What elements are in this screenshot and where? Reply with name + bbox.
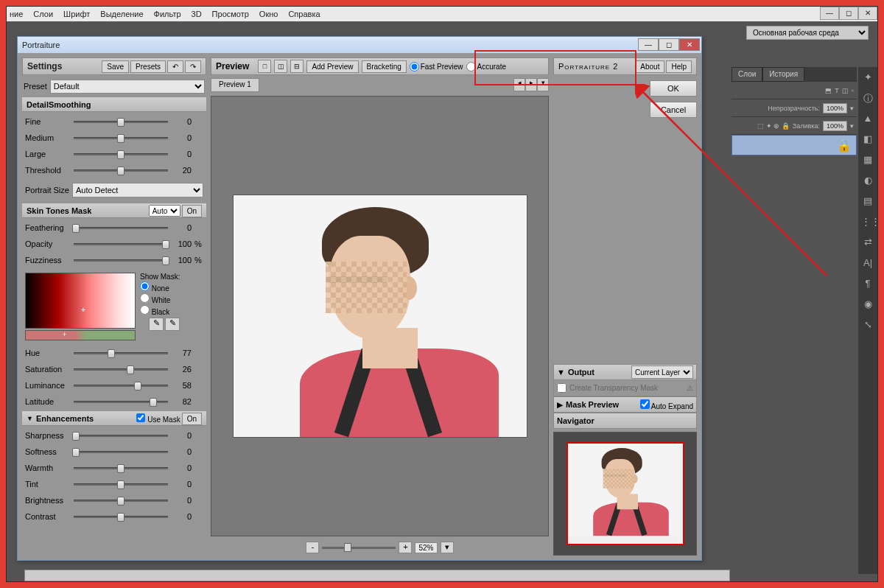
info-icon[interactable]: ⓘ xyxy=(861,92,874,105)
tab-next-icon[interactable]: ▸ xyxy=(525,78,537,91)
output-header[interactable]: ▼OutputCurrent Layer xyxy=(553,364,697,380)
path-icon[interactable]: ⤡ xyxy=(861,319,874,332)
histogram-icon[interactable]: ▲ xyxy=(861,113,874,126)
add-preview-button[interactable]: Add Preview xyxy=(306,60,358,73)
menu-item[interactable]: ние xyxy=(10,10,23,18)
brightness-slider[interactable] xyxy=(74,500,168,502)
skin-tones-header[interactable]: Skin Tones MaskAutoOn xyxy=(22,203,206,218)
hue-bar[interactable] xyxy=(25,330,136,340)
preview-tab[interactable]: Preview 1 xyxy=(211,78,259,92)
tool-icon[interactable]: ⇄ xyxy=(861,237,874,250)
layer-row[interactable]: 🔒 xyxy=(732,135,857,155)
view-split-h-icon[interactable]: ◫ xyxy=(274,60,287,73)
mask-black-radio[interactable] xyxy=(140,305,150,315)
mask-none-radio[interactable] xyxy=(140,281,150,291)
brush-icon[interactable]: ⋮⋮ xyxy=(861,216,874,229)
clone-icon[interactable]: ◉ xyxy=(861,298,874,312)
accurate-radio[interactable] xyxy=(466,62,476,71)
sharpness-slider[interactable] xyxy=(74,435,168,437)
view-single-icon[interactable]: □ xyxy=(258,60,271,73)
mask-mode-dropdown[interactable]: Auto xyxy=(149,205,180,217)
auto-expand-checkbox[interactable] xyxy=(640,399,650,409)
menu-item[interactable]: Справка xyxy=(288,10,320,18)
tab-layers[interactable]: Слои xyxy=(732,67,762,82)
menu-item[interactable]: Окно xyxy=(259,10,278,18)
mask-preview-header[interactable]: ▶Mask Preview Auto Expand xyxy=(553,396,697,413)
char-icon[interactable]: A| xyxy=(861,257,874,270)
undo-button[interactable]: ↶ xyxy=(167,60,183,73)
tab-menu-icon[interactable]: ▾ xyxy=(537,78,549,91)
zoom-menu-icon[interactable]: ▾ xyxy=(441,542,454,553)
tab-prev-icon[interactable]: ◂ xyxy=(513,78,525,91)
luminance-slider[interactable] xyxy=(74,385,168,387)
large-slider[interactable] xyxy=(74,153,168,155)
cancel-button[interactable]: Cancel xyxy=(650,102,697,118)
menu-item[interactable]: 3D xyxy=(192,10,202,18)
zoom-out-button[interactable]: - xyxy=(306,542,319,553)
color-picker[interactable] xyxy=(25,273,136,329)
preview-canvas[interactable] xyxy=(211,96,549,536)
zoom-slider[interactable] xyxy=(322,547,396,549)
tint-slider[interactable] xyxy=(74,483,168,486)
bracketing-button[interactable]: Bracketing xyxy=(362,60,407,73)
navigator-panel[interactable] xyxy=(553,432,697,556)
menu-item[interactable]: Шрифт xyxy=(63,10,90,18)
swatches-icon[interactable]: ◧ xyxy=(861,133,874,147)
tab-history[interactable]: История xyxy=(762,67,804,82)
zoom-value[interactable]: 52% xyxy=(415,542,437,553)
use-mask-checkbox[interactable] xyxy=(136,413,145,422)
softness-slider[interactable] xyxy=(74,451,168,453)
minimize-icon[interactable]: — xyxy=(638,38,659,51)
navigator-header[interactable]: Navigator xyxy=(553,413,697,429)
fine-slider[interactable] xyxy=(74,121,168,123)
maximize-icon[interactable]: ◻ xyxy=(659,38,679,51)
mask-white-radio[interactable] xyxy=(140,293,150,303)
menu-item[interactable]: Просмотр xyxy=(212,10,249,18)
enhancements-header[interactable]: ▼Enhancements Use MaskOn xyxy=(22,411,206,426)
output-mode-dropdown[interactable]: Current Layer xyxy=(631,365,693,379)
adjust-icon[interactable]: ◐ xyxy=(861,175,874,188)
saturation-slider[interactable] xyxy=(74,368,168,371)
hue-slider[interactable] xyxy=(74,352,168,354)
fast-preview-radio[interactable] xyxy=(410,62,419,71)
fill-value[interactable]: 100% xyxy=(823,121,847,131)
redo-button[interactable]: ↷ xyxy=(185,60,201,73)
menu-item[interactable]: Фильтр xyxy=(154,10,181,18)
styles-icon[interactable]: ▦ xyxy=(861,154,874,167)
create-transparency-checkbox[interactable] xyxy=(557,383,566,393)
view-split-v-icon[interactable]: ⊟ xyxy=(290,60,304,73)
horizontal-scrollbar[interactable] xyxy=(24,570,730,581)
latitude-slider[interactable] xyxy=(74,401,168,403)
eyedropper-icon[interactable]: ✎ xyxy=(149,318,164,331)
help-button[interactable]: Help xyxy=(666,60,692,73)
mask-icon[interactable]: ▤ xyxy=(861,195,874,209)
close-icon[interactable]: ✕ xyxy=(679,38,700,51)
opacity-value[interactable]: 100% xyxy=(823,103,847,113)
warmth-slider[interactable] xyxy=(74,467,168,469)
workspace-dropdown[interactable]: Основная рабочая среда xyxy=(746,26,869,40)
zoom-in-button[interactable]: + xyxy=(399,542,412,553)
save-button[interactable]: Save xyxy=(102,60,129,73)
minimize-icon[interactable]: — xyxy=(820,7,839,20)
compass-icon[interactable]: ✦ xyxy=(861,71,874,85)
opacity-slider[interactable] xyxy=(74,243,168,245)
presets-button[interactable]: Presets xyxy=(130,60,166,73)
maximize-icon[interactable]: ◻ xyxy=(839,7,858,20)
medium-slider[interactable] xyxy=(74,137,168,139)
enh-on-button[interactable]: On xyxy=(182,413,202,425)
preset-dropdown[interactable]: Default xyxy=(50,80,205,94)
eyedropper-minus-icon[interactable]: ✎ xyxy=(165,318,180,331)
close-icon[interactable]: ✕ xyxy=(858,7,877,20)
ok-button[interactable]: OK xyxy=(650,80,697,97)
fuzziness-slider[interactable] xyxy=(74,259,168,262)
threshold-slider[interactable] xyxy=(74,169,168,172)
contrast-slider[interactable] xyxy=(74,516,168,518)
portrait-size-dropdown[interactable]: Auto Detect xyxy=(72,183,203,197)
para-icon[interactable]: ¶ xyxy=(861,278,874,291)
dialog-title-bar[interactable]: Portraiture — ◻ ✕ xyxy=(18,37,701,53)
feathering-slider[interactable] xyxy=(74,227,168,229)
menu-item[interactable]: Слои xyxy=(33,10,53,18)
menu-item[interactable]: Выделение xyxy=(100,10,143,18)
mask-on-button[interactable]: On xyxy=(182,205,202,217)
about-button[interactable]: About xyxy=(635,60,664,73)
